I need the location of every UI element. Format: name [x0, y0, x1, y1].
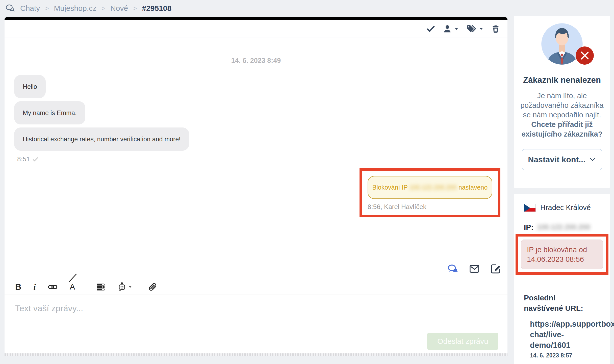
breadcrumb-separator: > — [45, 5, 49, 12]
bold-button[interactable]: B — [15, 282, 21, 292]
chevron-down-icon — [454, 26, 459, 31]
panel-torn-edge — [5, 353, 507, 356]
redacted-ip: 100.122.200.200 — [409, 184, 457, 191]
delete-trash-icon[interactable] — [491, 24, 500, 33]
italic-button[interactable]: i — [34, 282, 36, 292]
assign-agent-dropdown[interactable] — [443, 24, 459, 33]
ip-label: IP: — [524, 223, 533, 231]
url-visit-time: 14. 6. 2023 8:57 — [530, 352, 600, 359]
system-message-prefix: Blokování IP — [372, 184, 408, 191]
visitor-ip-row: IP: 100.122.200.200 — [524, 223, 600, 231]
user-icon — [443, 24, 452, 33]
breadcrumb-mailbox[interactable]: Mujeshop.cz — [54, 4, 96, 13]
breadcrumb-separator: > — [133, 5, 137, 12]
conversation-date: 14. 6. 2023 8:49 — [5, 57, 507, 65]
ip-block-system-message: Blokování IP 100.122.200.200 nastaveno — [368, 176, 492, 199]
tags-dropdown[interactable] — [467, 24, 484, 33]
ip-blocked-line1: IP je blokována od — [527, 245, 600, 254]
breadcrumb-folder[interactable]: Nové — [110, 4, 128, 13]
delivered-check-icon — [32, 156, 39, 163]
customer-not-found-title: Zákazník nenalezen — [514, 75, 610, 85]
chatbot-menu[interactable] — [117, 282, 132, 292]
clear-formatting-icon[interactable]: A — [70, 282, 75, 292]
redacted-ip: 100.122.200.200 — [537, 223, 590, 231]
ip-block-event-highlight: Blokování IP 100.122.200.200 nastaveno 8… — [360, 168, 500, 217]
chatbot-icon — [117, 282, 126, 292]
visited-url-link[interactable]: https://app.supportbox chat/live-demo/16… — [530, 319, 600, 359]
url-line: chat/live-demo/1601 — [530, 329, 600, 351]
breadcrumb-chaty[interactable]: Chaty — [20, 4, 40, 13]
customer-message: Hello — [14, 75, 46, 98]
reply-composer: B i A — [5, 279, 507, 353]
chevron-down-icon — [128, 285, 132, 289]
note-edit-tab[interactable] — [490, 264, 501, 274]
customer-not-found-body: Je nám líto, ale požadovaného zákazníka … — [521, 92, 604, 119]
chevron-down-icon — [479, 26, 484, 31]
message-list: 14. 6. 2023 8:49 Hello My name is Emma. … — [5, 38, 507, 279]
chat-reply-tab[interactable] — [447, 264, 458, 274]
send-message-button[interactable]: Odeslat zprávu — [427, 333, 498, 350]
visitor-info-card: Hradec Králové IP: 100.122.200.200 IP je… — [514, 194, 610, 364]
saved-replies-icon[interactable] — [96, 282, 105, 292]
customer-card: Zákazník nenalezen Je nám líto, ale poža… — [514, 16, 610, 188]
customer-not-found-text: Je nám líto, ale požadovaného zákazníka … — [519, 91, 605, 139]
customer-not-found-question: Chcete přiřadit již existujícího zákazní… — [522, 120, 603, 138]
message-timestamp: 8:51 — [17, 155, 39, 163]
chevron-down-icon — [589, 156, 596, 163]
chats-icon — [5, 4, 15, 13]
resolve-check-icon[interactable] — [426, 24, 435, 33]
breadcrumb-ticket-id: #295108 — [142, 4, 171, 13]
tags-icon — [467, 24, 477, 33]
email-reply-tab[interactable] — [469, 264, 480, 274]
system-message-meta: 8:56, Karel Havlíček — [368, 203, 492, 211]
customer-message: My name is Emma. — [14, 101, 85, 124]
formatting-toolbar: B i A — [5, 279, 507, 295]
last-visited-urls-label: Poslední navštívené URL: — [524, 293, 595, 313]
ticket-toolbar — [5, 20, 507, 38]
message-time-text: 8:51 — [17, 155, 30, 163]
link-icon[interactable] — [48, 282, 58, 292]
not-found-badge — [575, 46, 594, 65]
breadcrumb-separator: > — [101, 5, 105, 12]
customer-message: Historical exchange rates, number verifi… — [14, 127, 189, 151]
assign-contact-label: Nastavit kont... — [528, 155, 585, 164]
attachment-icon[interactable] — [148, 282, 157, 292]
url-line: https://app.supportbox — [530, 319, 600, 329]
chat-panel: 14. 6. 2023 8:49 Hello My name is Emma. … — [5, 17, 507, 353]
ip-blocked-highlight: IP je blokována od 14.06.2023 08:56 — [516, 234, 608, 275]
breadcrumb: Chaty > Mujeshop.cz > Nové > #295108 — [5, 0, 171, 17]
assign-contact-dropdown[interactable]: Nastavit kont... — [522, 149, 602, 170]
visitor-location: Hradec Králové — [524, 203, 600, 212]
czech-flag-icon — [524, 204, 536, 212]
ip-blocked-notice: IP je blokována od 14.06.2023 08:56 — [521, 240, 603, 269]
reply-channel-tabs — [447, 264, 501, 274]
ip-blocked-line2: 14.06.2023 08:56 — [527, 254, 600, 264]
system-message-suffix: nastaveno — [458, 184, 488, 191]
avatar — [540, 22, 584, 66]
visitor-city: Hradec Králové — [540, 203, 591, 212]
